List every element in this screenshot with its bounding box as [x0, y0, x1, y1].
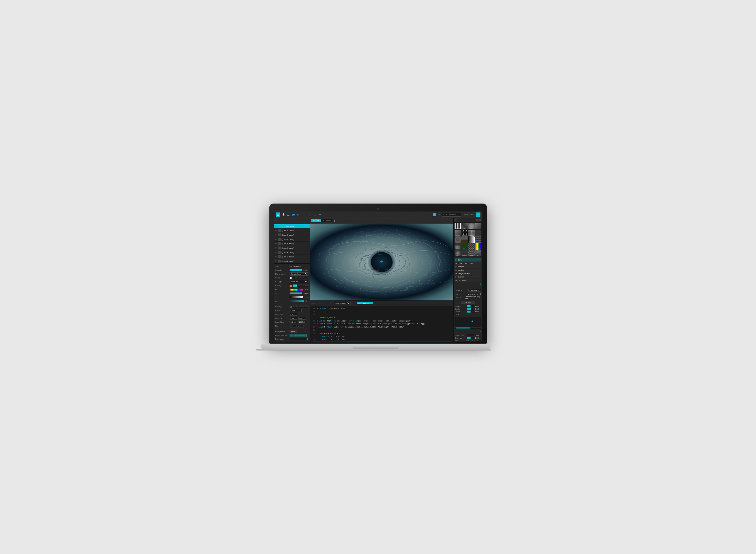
add-warping-point-button[interactable]: Add Warping Point — [290, 334, 306, 337]
add-layer-button[interactable]: + — [278, 219, 280, 223]
perspective-reset-button[interactable]: Reset — [290, 330, 297, 333]
h-slider[interactable] — [290, 289, 304, 290]
input-pos-x[interactable] — [290, 317, 297, 320]
thumb-wave[interactable]: Wave — [468, 250, 475, 257]
color-b-swatch[interactable] — [290, 306, 292, 308]
thumb-particles[interactable]: Particles — [461, 230, 468, 236]
shader-options-icon[interactable]: ⋯ — [352, 301, 356, 305]
hsv-b-button[interactable]: HSV — [298, 306, 302, 308]
thumb-trickk[interactable]: Trickk... — [461, 223, 468, 229]
layer-close-icon[interactable]: ✕ — [305, 219, 308, 223]
thumb-random[interactable]: Random — [468, 230, 475, 236]
wheel-button[interactable]: Wheel — [303, 277, 308, 279]
offset-pad[interactable] — [455, 317, 481, 329]
hsv-a-button[interactable]: HSV — [298, 284, 302, 287]
tint-hsv-btn[interactable]: HSV — [470, 340, 475, 342]
thumb-waveform[interactable]: Waveform — [461, 250, 468, 257]
thumb-ground[interactable]: Ground — [461, 236, 468, 243]
code-content[interactable]: 24 #include "MadCommon.glsl" 25 26 — [310, 306, 453, 341]
thumb-clouds[interactable]: Clouds — [468, 223, 475, 229]
color-a-gradient[interactable] — [290, 285, 292, 287]
color-swatch[interactable] — [290, 277, 292, 279]
code-editor-arrow[interactable]: ▼ — [323, 301, 327, 305]
hsv-button[interactable]: HSV — [298, 277, 302, 279]
thumb-empty[interactable] — [475, 230, 482, 236]
category-images[interactable]: ▶ Images — [455, 265, 482, 268]
s-slider[interactable] — [290, 292, 303, 294]
layer-item[interactable]: 👁 Quad-5 (quad) — [274, 246, 310, 251]
opacity-bar[interactable] — [290, 269, 303, 271]
search-input[interactable] — [442, 213, 461, 217]
layer-item[interactable]: 👁 Quad-8 (quad) — [274, 233, 310, 237]
layer-item[interactable]: 👁 Quad-2 (quad) — [274, 255, 310, 259]
flip-f-btn[interactable]: F — [290, 325, 293, 328]
flip-r-btn[interactable]: ↩ — [300, 325, 304, 328]
cat-add-button[interactable]: + — [480, 283, 481, 286]
category-syphon[interactable]: ▶ Syphon — [455, 275, 482, 278]
refresh-icon[interactable]: ↺ — [318, 213, 322, 217]
users-icon[interactable]: 👥 — [291, 213, 295, 217]
restart-button[interactable]: Restart — [461, 301, 475, 304]
eye-icon[interactable]: 👁 — [438, 213, 441, 216]
rgb-b-button[interactable]: RGB — [293, 306, 297, 308]
thumb-spectrum[interactable]: Spectrum — [475, 243, 482, 250]
thumb-caustics[interactable]: Caustics — [455, 236, 461, 243]
thumb-squarewave[interactable]: SquareWave — [475, 236, 482, 243]
input-size-x[interactable] — [290, 321, 297, 323]
input-size-y[interactable] — [298, 321, 306, 323]
info-icon[interactable]: ℹ — [313, 213, 317, 217]
grid-size-control[interactable] — [476, 219, 478, 221]
cloud-icon[interactable]: ☁ — [287, 213, 290, 217]
rgb-a-button[interactable]: RGB — [293, 284, 297, 287]
shader-add-button[interactable]: + — [374, 302, 376, 305]
flip-v-btn[interactable]: ↕ — [297, 325, 300, 328]
thumb-radial[interactable]: Radial — [455, 250, 461, 257]
cycle-input[interactable] — [290, 309, 302, 312]
settings-icon[interactable]: ⚙ — [296, 213, 300, 217]
blend-mode-select[interactable]: Ignore alpha — [290, 272, 308, 276]
power-bar[interactable] — [467, 311, 474, 313]
thumb-isfcode[interactable]: ISF — [461, 243, 468, 250]
tab-master[interactable]: Master — [311, 219, 321, 222]
wheel-b-button[interactable]: Wheel — [303, 306, 308, 308]
layer-item[interactable]: 👁 Quad-7 (quad) — [274, 237, 310, 242]
rgb-button[interactable]: RGB — [293, 277, 297, 279]
shader-select[interactable]: OilStainNoise — [334, 302, 351, 305]
code-editor-download[interactable]: ↓ — [329, 301, 333, 305]
category-quartz[interactable]: ▶ Quartz Composer — [455, 262, 482, 265]
bulb-icon[interactable]: 💡 — [282, 213, 286, 217]
rip-info-icon[interactable]: ℹ — [480, 293, 481, 295]
thumb-diagonals[interactable]: Diagonals — [468, 243, 475, 250]
layer-minus-icon[interactable]: − — [300, 219, 304, 223]
layer-item[interactable]: 👁 Quad-6 (quad) — [274, 242, 310, 246]
share-button[interactable]: ↑ — [476, 213, 481, 217]
thumb-blobby[interactable]: Blobby — [455, 243, 461, 250]
tint-rgb-btn[interactable]: RGB — [465, 340, 470, 342]
category-image-folders[interactable]: ▶ Image Folders — [455, 272, 482, 275]
thumb-abstract2[interactable]: Abstract — [455, 230, 461, 236]
wheel-a-button[interactable]: Wheel — [303, 284, 308, 287]
pause-icon[interactable]: ⏸ — [308, 213, 312, 217]
thumb-abstract[interactable] — [475, 223, 482, 229]
input-rot-input[interactable] — [290, 313, 297, 316]
grid-size-control2[interactable] — [479, 219, 482, 221]
a-slider[interactable] — [290, 300, 305, 302]
tab-add-button[interactable]: + — [334, 219, 335, 223]
layer-item[interactable]: 👁 Quad-10 (quad) — [274, 229, 310, 233]
speed-bar[interactable] — [467, 305, 474, 307]
fxtype-select[interactable]: HeatMap — [290, 280, 308, 283]
thumbnail-mode-button[interactable]: Thumbnail ▼ — [468, 289, 481, 291]
tint-wheel-btn[interactable]: Wheel — [475, 340, 481, 342]
input-pos-y[interactable] — [298, 317, 306, 320]
thumb-barcode[interactable]: BarCode — [455, 223, 461, 229]
brightness-bar[interactable] — [467, 334, 474, 336]
category-movies[interactable]: ▶ Movies — [455, 269, 482, 272]
thumb-gradient[interactable]: Gradient — [468, 236, 475, 243]
layer-item[interactable]: 👁 Quad-12 (quad) — [274, 224, 310, 229]
layer-item[interactable]: 👁 Quad-3 (quad) — [274, 251, 310, 255]
thumb-arcs[interactable]: Arcs — [475, 250, 482, 257]
tab-selection[interactable]: Selection — [321, 219, 333, 222]
contrast-bar[interactable] — [467, 337, 474, 339]
scale-bar[interactable] — [467, 308, 474, 310]
v-slider[interactable] — [290, 296, 304, 298]
